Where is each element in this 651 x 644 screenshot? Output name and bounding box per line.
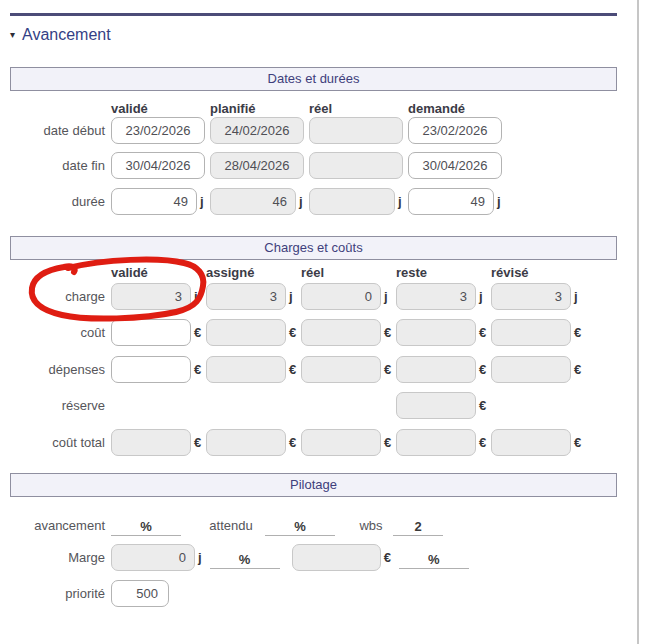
charge-reste-input — [396, 283, 476, 310]
charge-assigne-input — [206, 283, 286, 310]
pilotage-row-marge: Marge j % € % — [10, 544, 617, 571]
date-fin-planifie-input — [210, 152, 304, 179]
wbs-input[interactable]: 2 — [393, 513, 443, 536]
dates-section-title: Dates et durées — [268, 71, 360, 86]
depenses-reste-input — [396, 356, 476, 383]
col-header-reel: réel — [309, 101, 408, 116]
date-debut-demande-input[interactable] — [408, 117, 502, 144]
dates-column-headers: validé planifié réel demandé — [10, 99, 617, 117]
row-label: priorité — [10, 586, 111, 601]
charge-revise-input — [491, 283, 571, 310]
charges-section-header: Charges et coûts — [10, 236, 617, 260]
unit-days: j — [289, 289, 293, 304]
table-row-depenses: dépenses € € € € € — [10, 356, 617, 383]
cout-assigne-input — [206, 319, 286, 346]
unit-euro: € — [479, 362, 486, 377]
date-debut-planifie-input — [210, 117, 304, 144]
unit-euro: € — [289, 362, 296, 377]
row-label: avancement — [10, 518, 111, 536]
duree-planifie-input — [210, 188, 296, 215]
duree-reel-input — [309, 188, 395, 215]
date-fin-reel-input — [309, 152, 403, 179]
cout-total-reel-input — [301, 429, 381, 456]
dates-section-header: Dates et durées — [10, 67, 617, 91]
cout-valide-input[interactable] — [111, 319, 191, 346]
unit-euro: € — [194, 362, 201, 377]
marge-montant-input — [292, 544, 381, 571]
row-label: date début — [10, 123, 111, 138]
unit-euro: € — [574, 435, 581, 450]
unit-euro: € — [479, 398, 486, 413]
charge-valide-input — [111, 283, 191, 310]
cout-revise-input — [491, 319, 571, 346]
cout-total-assigne-input — [206, 429, 286, 456]
attendu-percent-input[interactable]: % — [265, 513, 335, 536]
unit-days: j — [198, 550, 202, 565]
attendu-label: attendu — [207, 518, 255, 536]
duree-valide-input[interactable] — [111, 188, 197, 215]
unit-euro: € — [574, 362, 581, 377]
col-header-valide: validé — [111, 265, 206, 280]
depenses-revise-input — [491, 356, 571, 383]
unit-euro: € — [194, 435, 201, 450]
unit-euro: € — [194, 325, 201, 340]
table-row-cout: coût € € € € € — [10, 319, 617, 346]
unit-days: j — [497, 194, 501, 209]
unit-days: j — [479, 289, 483, 304]
unit-euro: € — [384, 435, 391, 450]
charges-column-headers: validé assigné réel reste révisé — [10, 264, 617, 280]
avancement-percent-input[interactable]: % — [111, 513, 181, 536]
row-label: coût — [10, 325, 111, 340]
row-label: durée — [10, 194, 111, 209]
unit-days: j — [398, 194, 402, 209]
table-row-cout-total: coût total € € € € € — [10, 429, 617, 456]
unit-euro: € — [384, 325, 391, 340]
date-fin-valide-input[interactable] — [111, 152, 205, 179]
marge-percent1-input[interactable]: % — [210, 546, 280, 569]
unit-euro: € — [289, 435, 296, 450]
wbs-label: wbs — [357, 518, 385, 536]
priorite-input[interactable] — [111, 580, 169, 607]
row-label: Marge — [10, 550, 111, 565]
unit-euro: € — [479, 435, 486, 450]
table-row-reserve: réserve € — [10, 392, 617, 419]
col-header-valide: validé — [111, 101, 210, 116]
marge-percent2-input[interactable]: % — [399, 546, 469, 569]
charges-section-title: Charges et coûts — [264, 240, 362, 255]
top-divider — [10, 13, 617, 16]
table-row-charge: charge j j j j j — [10, 283, 617, 310]
depenses-valide-input[interactable] — [111, 356, 191, 383]
unit-euro: € — [479, 325, 486, 340]
marge-jours-input — [111, 544, 195, 571]
col-header-reste: reste — [396, 265, 491, 280]
cout-total-valide-input — [111, 429, 191, 456]
charge-reel-input — [301, 283, 381, 310]
pilotage-section-header: Pilotage — [10, 473, 617, 497]
section-toggle-avancement[interactable]: ▾ Avancement — [10, 23, 617, 47]
col-header-reel: réel — [301, 265, 396, 280]
collapse-triangle-icon: ▾ — [10, 30, 15, 40]
date-debut-reel-input — [309, 117, 403, 144]
depenses-assigne-input — [206, 356, 286, 383]
pilotage-row-priorite: priorité — [10, 580, 617, 607]
pilotage-row-avancement: avancement % attendu % wbs 2 — [10, 511, 617, 536]
avancement-panel: ▾ Avancement Dates et durées validé plan… — [10, 0, 617, 607]
duree-demande-input[interactable] — [408, 188, 494, 215]
unit-euro: € — [289, 325, 296, 340]
col-header-planifie: planifié — [210, 101, 309, 116]
unit-euro: € — [574, 325, 581, 340]
pilotage-section-title: Pilotage — [290, 477, 337, 492]
col-header-revise: révisé — [491, 265, 586, 280]
col-header-assigne: assigné — [206, 265, 301, 280]
unit-days: j — [574, 289, 578, 304]
table-row-date-debut: date début — [10, 117, 617, 144]
unit-days: j — [384, 289, 388, 304]
row-label: coût total — [10, 435, 111, 450]
date-fin-demande-input[interactable] — [408, 152, 502, 179]
col-header-demande: demandé — [408, 101, 507, 116]
cout-total-revise-input — [491, 429, 571, 456]
date-debut-valide-input[interactable] — [111, 117, 205, 144]
cout-reste-input — [396, 319, 476, 346]
row-label: date fin — [10, 158, 111, 173]
unit-days: j — [194, 289, 198, 304]
